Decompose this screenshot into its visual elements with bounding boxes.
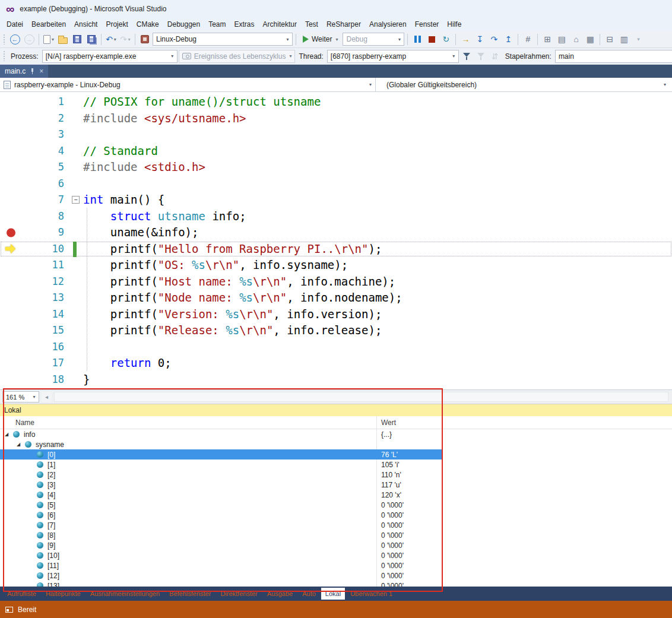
- new-file-button[interactable]: ▾: [42, 33, 55, 46]
- code-line-15[interactable]: 15 printf("Release: %s\r\n", info.releas…: [0, 322, 672, 339]
- menu-item-analysieren[interactable]: Analysieren: [365, 18, 411, 30]
- locals-row-3[interactable]: .[3]117 'u': [0, 480, 672, 490]
- breakpoint-margin[interactable]: [0, 94, 23, 110]
- code-line-3[interactable]: 3: [0, 126, 672, 143]
- locals-row-2[interactable]: .[2]110 'n': [0, 470, 672, 480]
- scope-dropdown[interactable]: (Globaler Gültigkeitsbereich) ▾: [376, 78, 672, 91]
- toolbar-overflow-button[interactable]: ▾: [632, 33, 645, 46]
- breakpoint-margin[interactable]: [0, 355, 23, 372]
- step-over-button[interactable]: ↷: [487, 33, 500, 46]
- zoom-combo[interactable]: 161 % ▾: [2, 391, 39, 403]
- code-line-18[interactable]: 18}: [0, 372, 672, 388]
- properties-window-button[interactable]: ▦: [584, 33, 597, 46]
- show-next-statement-button[interactable]: →: [459, 33, 472, 46]
- breakpoint-margin[interactable]: [0, 257, 23, 274]
- breakpoint-margin[interactable]: [0, 372, 23, 388]
- configuration-combo[interactable]: Linux-Debug▾: [153, 33, 293, 46]
- undo-button[interactable]: ↶▾: [104, 33, 118, 46]
- menu-item-hilfe[interactable]: Hilfe: [443, 18, 465, 30]
- menu-item-projekt[interactable]: Projekt: [102, 18, 132, 30]
- navigate-back-button[interactable]: ←: [8, 33, 21, 46]
- tool-tab-haltepunkte[interactable]: Haltepunkte: [42, 588, 85, 600]
- collapse-toggle-icon[interactable]: −: [72, 196, 80, 204]
- window-layout-button[interactable]: ▥: [617, 33, 630, 46]
- document-tab-main-c[interactable]: main.c ×: [0, 65, 48, 78]
- locals-row-12[interactable]: .[12]0 '\000': [0, 571, 672, 581]
- menu-item-team[interactable]: Team: [204, 18, 230, 30]
- tool-tab-überwachen-1[interactable]: Überwachen 1: [346, 588, 397, 600]
- thread-combo[interactable]: [6870] raspberry-examp▾: [327, 50, 459, 63]
- breakpoint-margin[interactable]: [0, 143, 23, 160]
- breakpoint-margin[interactable]: [0, 290, 23, 306]
- step-out-button[interactable]: ↥: [502, 33, 515, 46]
- output-window-button[interactable]: ▤: [555, 33, 568, 46]
- stop-button[interactable]: [425, 33, 438, 46]
- save-button[interactable]: [71, 33, 84, 46]
- menu-item-cmake[interactable]: CMake: [132, 18, 163, 30]
- collapse-regions-button[interactable]: ⊟: [603, 33, 616, 46]
- breakpoint-margin[interactable]: [0, 159, 23, 176]
- menu-item-datei[interactable]: Datei: [2, 18, 27, 30]
- code-line-17[interactable]: 17 return 0;: [0, 355, 672, 372]
- tool-tab-ausnahmeeinstellungen[interactable]: Ausnahmeeinstellungen: [86, 588, 164, 600]
- pause-button[interactable]: [411, 33, 424, 46]
- breakpoint-margin[interactable]: [0, 241, 23, 258]
- menu-item-ansicht[interactable]: Ansicht: [70, 18, 102, 30]
- project-dropdown[interactable]: raspberry-example - Linux-Debug ▾: [0, 78, 376, 91]
- breakpoint-margin[interactable]: [0, 176, 23, 192]
- close-icon[interactable]: ×: [39, 68, 43, 75]
- code-line-1[interactable]: 1// POSIX for uname()/struct utsname: [0, 94, 672, 110]
- process-combo[interactable]: [N/A] raspberry-example.exe▾: [42, 50, 177, 63]
- solution-explorer-button[interactable]: ⌂: [569, 33, 582, 46]
- breakpoint-margin[interactable]: [0, 224, 23, 241]
- locals-row-5[interactable]: .[5]0 '\000': [0, 500, 672, 510]
- locals-row-4[interactable]: .[4]120 'x': [0, 490, 672, 500]
- menu-item-test[interactable]: Test: [301, 18, 322, 30]
- code-line-13[interactable]: 13 printf("Node name: %s\r\n", info.node…: [0, 290, 672, 306]
- breakpoint-margin[interactable]: [0, 322, 23, 339]
- menu-item-debuggen[interactable]: Debuggen: [163, 18, 204, 30]
- step-into-button[interactable]: ↧: [473, 33, 486, 46]
- locals-row-info[interactable]: ◢info{...}: [0, 429, 672, 439]
- menu-item-architektur[interactable]: Architektur: [259, 18, 301, 30]
- save-all-button[interactable]: [85, 33, 98, 46]
- open-file-button[interactable]: [56, 33, 69, 46]
- locals-row-sysname[interactable]: ◢sysname: [0, 439, 672, 449]
- breakpoint-indicator[interactable]: [7, 228, 15, 237]
- code-line-12[interactable]: 12 printf("Host name: %s\r\n", info.mach…: [0, 274, 672, 290]
- code-line-7[interactable]: 7−int main() {: [0, 192, 672, 208]
- resharper-button[interactable]: #: [521, 33, 534, 46]
- code-line-14[interactable]: 14 printf("Version: %s\r\n", info.versio…: [0, 306, 672, 323]
- breakpoints-window-button[interactable]: ⊞: [541, 33, 554, 46]
- locals-row-9[interactable]: .[9]0 '\000': [0, 540, 672, 550]
- code-line-8[interactable]: 8 struct utsname info;: [0, 208, 672, 225]
- tool-tab-direktfenster[interactable]: Direktfenster: [216, 588, 261, 600]
- locals-row-6[interactable]: .[6]0 '\000': [0, 510, 672, 520]
- filter-threads-button[interactable]: [460, 50, 473, 63]
- code-line-16[interactable]: 16: [0, 339, 672, 356]
- tool-tab-ausgabe[interactable]: Ausgabe: [263, 588, 297, 600]
- tool-tab-aufrufliste[interactable]: Aufrufliste: [3, 588, 40, 600]
- breakpoint-margin[interactable]: [0, 339, 23, 356]
- locals-row-0[interactable]: .[0]76 'L': [0, 449, 442, 459]
- menu-item-extras[interactable]: Extras: [230, 18, 259, 30]
- breakpoint-margin[interactable]: [0, 110, 23, 127]
- stackframe-combo[interactable]: main▾: [555, 50, 672, 63]
- code-line-11[interactable]: 11 printf("OS: %s\r\n", info.sysname);: [0, 257, 672, 274]
- tool-tab-befehlsfenster[interactable]: Befehlsfenster: [165, 588, 215, 600]
- menu-item-bearbeiten[interactable]: Bearbeiten: [27, 18, 70, 30]
- locals-row-11[interactable]: .[11]0 '\000': [0, 560, 672, 571]
- code-line-6[interactable]: 6: [0, 176, 672, 192]
- startup-item-icon[interactable]: [138, 33, 151, 46]
- code-line-2[interactable]: 2#include <sys/utsname.h>: [0, 110, 672, 127]
- expander-icon[interactable]: ◢: [5, 432, 13, 437]
- restart-button[interactable]: ↻: [439, 33, 452, 46]
- code-line-9[interactable]: 9 uname(&info);: [0, 224, 672, 241]
- code-line-5[interactable]: 5#include <stdio.h>: [0, 159, 672, 176]
- pin-icon[interactable]: [30, 68, 35, 74]
- breakpoint-margin[interactable]: [0, 306, 23, 323]
- horizontal-scrollbar[interactable]: [54, 392, 668, 402]
- continue-button[interactable]: Weiter▾: [299, 33, 341, 46]
- toolbar-grip[interactable]: [3, 51, 6, 61]
- breakpoint-margin[interactable]: [0, 192, 23, 208]
